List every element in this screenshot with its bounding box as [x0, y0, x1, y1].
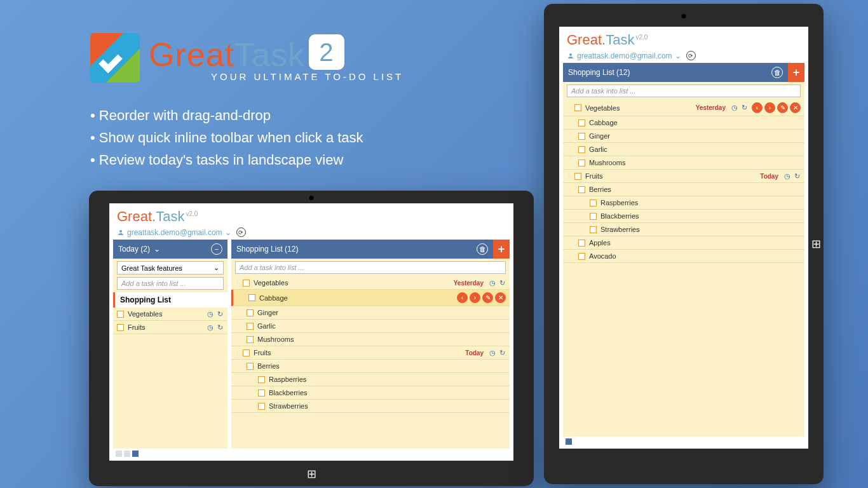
list-section-shopping[interactable]: Shopping List	[113, 292, 227, 308]
edit-icon[interactable]: ✎	[482, 292, 493, 303]
checkbox[interactable]	[578, 159, 585, 166]
checkbox[interactable]	[248, 294, 255, 301]
edit-icon[interactable]: ✎	[777, 102, 788, 113]
task-item[interactable]: Blackberries	[563, 210, 804, 223]
tagline: YOUR ULTIMATE TO-DO LIST	[211, 71, 403, 82]
clock-icon[interactable]: ◷	[207, 323, 214, 331]
checkbox[interactable]	[117, 324, 124, 331]
checkbox[interactable]	[578, 186, 585, 193]
task-item[interactable]: Strawberries	[231, 400, 510, 413]
task-item-vegetables[interactable]: ⋮⋮ Vegetables Yesterday ◷↻ ‹ › ✎ ✕	[563, 100, 804, 116]
task-item[interactable]: Berries	[231, 360, 510, 373]
checkbox[interactable]	[247, 323, 254, 330]
task-item-vegetables[interactable]: ⋮⋮ Vegetables Yesterday ◷↻	[231, 276, 510, 290]
drag-handle-icon[interactable]: ⋮⋮	[235, 351, 239, 354]
checkbox[interactable]	[574, 104, 581, 111]
windows-button[interactable]: ⊞	[811, 237, 821, 251]
trash-icon[interactable]: 🗑	[771, 67, 783, 78]
checkbox[interactable]	[578, 240, 585, 247]
drag-handle-icon[interactable]: ⋮⋮	[567, 107, 571, 109]
clock-icon[interactable]: ◷	[207, 310, 214, 318]
task-item[interactable]: Avocado	[563, 250, 804, 263]
page-indicator[interactable]	[116, 451, 139, 457]
repeat-icon[interactable]: ↻	[740, 104, 748, 112]
inline-toolbar: ‹ › ✎ ✕	[457, 292, 506, 303]
task-item[interactable]: Ginger	[231, 306, 510, 320]
checkbox[interactable]	[247, 363, 254, 370]
task-item[interactable]: Cabbage	[563, 116, 804, 130]
add-task-input[interactable]: Add a task into list ...	[235, 261, 506, 274]
add-list-button[interactable]: +	[493, 240, 510, 259]
add-list-button[interactable]: +	[788, 63, 804, 82]
checkbox[interactable]	[578, 146, 585, 153]
task-item-fruits[interactable]: ⋮⋮ Fruits Today ◷↻	[231, 346, 510, 360]
move-left-icon[interactable]: ‹	[457, 292, 468, 303]
task-item-selected[interactable]: Cabbage ‹ › ✎ ✕	[231, 290, 510, 306]
feature-select[interactable]: Great Task features⌄	[117, 261, 224, 274]
refresh-icon[interactable]: ⟳	[236, 227, 246, 237]
task-item[interactable]: Raspberries	[563, 196, 804, 210]
checkbox[interactable]	[578, 133, 585, 140]
repeat-icon[interactable]: ↻	[793, 172, 801, 180]
checkmark-logo-icon	[90, 33, 140, 83]
svg-point-1	[569, 53, 572, 56]
checkbox[interactable]	[590, 200, 597, 207]
checkbox[interactable]	[590, 213, 597, 220]
chevron-down-icon[interactable]: ⌄	[154, 245, 160, 254]
clock-icon[interactable]: ◷	[783, 172, 791, 180]
clock-icon[interactable]: ◷	[731, 104, 738, 112]
task-item[interactable]: Garlic	[231, 320, 510, 333]
delete-icon[interactable]: ✕	[790, 102, 801, 113]
windows-button[interactable]: ⊞	[307, 467, 316, 481]
task-item[interactable]: Mushrooms	[231, 333, 510, 346]
checkbox[interactable]	[258, 390, 265, 396]
task-item[interactable]: Apples	[563, 236, 804, 250]
task-item-fruits[interactable]: ⋮⋮ Fruits Today ◷↻	[563, 170, 804, 183]
delete-icon[interactable]: ✕	[495, 292, 506, 303]
checkbox[interactable]	[574, 173, 581, 180]
task-item[interactable]: Berries	[563, 183, 804, 196]
checkbox[interactable]	[590, 226, 597, 233]
trash-icon[interactable]: 🗑	[477, 243, 488, 255]
move-right-icon[interactable]: ›	[470, 292, 480, 303]
checkbox[interactable]	[247, 309, 254, 316]
repeat-icon[interactable]: ↻	[498, 349, 506, 356]
task-item[interactable]: Garlic	[563, 143, 804, 156]
checkbox[interactable]	[258, 403, 265, 410]
checkbox[interactable]	[578, 119, 585, 126]
checkbox[interactable]	[247, 336, 254, 343]
checkbox[interactable]	[258, 376, 265, 383]
add-task-input[interactable]: Add a task into list ...	[567, 85, 801, 97]
repeat-icon[interactable]: ↻	[216, 323, 224, 331]
account-row[interactable]: greattask.demo@gmail.com ⌄ ⟳	[117, 227, 506, 237]
checkbox[interactable]	[117, 311, 124, 318]
add-task-input[interactable]: Add a task into list ...	[117, 277, 224, 290]
task-item[interactable]: Strawberries	[563, 223, 804, 236]
drag-handle-icon[interactable]: ⋮⋮	[235, 281, 239, 284]
account-row[interactable]: greattask.demo@gmail.com ⌄ ⟳	[567, 51, 801, 60]
repeat-icon[interactable]: ↻	[216, 310, 224, 318]
today-header[interactable]: Today (2) ⌄ −	[113, 240, 227, 259]
task-item[interactable]: Mushrooms	[563, 156, 804, 170]
move-right-icon[interactable]: ›	[764, 102, 775, 113]
checkbox[interactable]	[243, 349, 250, 356]
refresh-icon[interactable]: ⟳	[686, 51, 696, 60]
checkbox[interactable]	[243, 280, 250, 287]
svg-point-0	[119, 230, 122, 233]
drag-handle-icon[interactable]: ⋮⋮	[567, 175, 571, 177]
clock-icon[interactable]: ◷	[489, 349, 496, 356]
shopping-header[interactable]: Shopping List (12) 🗑	[231, 240, 493, 259]
repeat-icon[interactable]: ↻	[498, 279, 506, 287]
collapse-icon[interactable]: −	[211, 243, 222, 255]
task-item[interactable]: Vegetables ◷↻	[113, 308, 227, 321]
task-item[interactable]: Ginger	[563, 130, 804, 143]
shopping-header[interactable]: Shopping List (12) 🗑	[563, 63, 788, 82]
task-item[interactable]: Blackberries	[231, 386, 510, 400]
tablet-landscape: ⊞ Great.Taskv2.0 greattask.demo@gmail.co…	[89, 191, 534, 486]
clock-icon[interactable]: ◷	[489, 279, 496, 287]
task-item[interactable]: Fruits ◷↻	[113, 321, 227, 334]
checkbox[interactable]	[578, 253, 585, 260]
move-left-icon[interactable]: ‹	[752, 102, 763, 113]
task-item[interactable]: Raspberries	[231, 373, 510, 386]
page-indicator[interactable]	[566, 438, 572, 445]
